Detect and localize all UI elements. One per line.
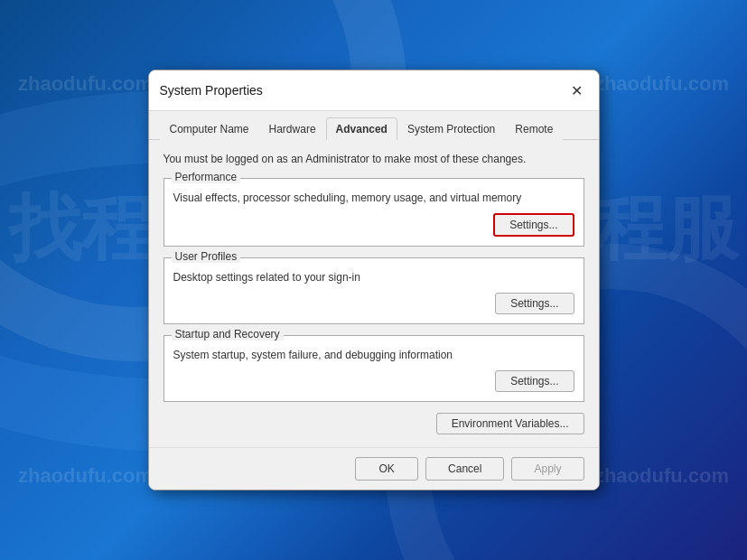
close-button[interactable]: ✕ bbox=[566, 79, 588, 101]
startup-recovery-label: Startup and Recovery bbox=[172, 328, 284, 341]
dialog-title: System Properties bbox=[160, 83, 263, 98]
tab-system-protection[interactable]: System Protection bbox=[397, 117, 505, 140]
admin-note: You must be logged on as an Administrato… bbox=[163, 153, 584, 165]
startup-recovery-btn-row: Settings... bbox=[173, 370, 574, 392]
apply-button[interactable]: Apply bbox=[511, 457, 584, 481]
user-profiles-settings-button[interactable]: Settings... bbox=[495, 293, 574, 314]
startup-recovery-description: System startup, system failure, and debu… bbox=[173, 347, 574, 363]
startup-recovery-settings-button[interactable]: Settings... bbox=[495, 370, 574, 392]
dialog-body: You must be logged on as an Administrato… bbox=[149, 140, 599, 447]
tabs-bar: Computer Name Hardware Advanced System P… bbox=[149, 111, 599, 140]
tab-remote[interactable]: Remote bbox=[505, 117, 563, 140]
system-properties-dialog: System Properties ✕ Computer Name Hardwa… bbox=[148, 70, 600, 490]
tab-hardware[interactable]: Hardware bbox=[259, 117, 326, 140]
user-profiles-label: User Profiles bbox=[172, 250, 241, 263]
performance-description: Visual effects, processor scheduling, me… bbox=[173, 190, 574, 206]
user-profiles-section: User Profiles Desktop settings related t… bbox=[163, 257, 584, 324]
env-variables-row: Environment Variables... bbox=[163, 413, 584, 434]
ok-button[interactable]: OK bbox=[355, 457, 418, 481]
cancel-button[interactable]: Cancel bbox=[425, 457, 504, 481]
user-profiles-btn-row: Settings... bbox=[173, 293, 574, 314]
environment-variables-button[interactable]: Environment Variables... bbox=[436, 413, 584, 434]
dialog-footer: OK Cancel Apply bbox=[149, 447, 599, 490]
startup-recovery-section: Startup and Recovery System startup, sys… bbox=[163, 335, 584, 402]
performance-section: Performance Visual effects, processor sc… bbox=[163, 178, 584, 247]
titlebar: System Properties ✕ bbox=[149, 70, 599, 111]
user-profiles-description: Desktop settings related to your sign-in bbox=[173, 269, 574, 285]
dialog-overlay: System Properties ✕ Computer Name Hardwa… bbox=[0, 0, 747, 560]
performance-btn-row: Settings... bbox=[173, 213, 574, 237]
performance-label: Performance bbox=[172, 171, 241, 183]
tab-advanced[interactable]: Advanced bbox=[326, 117, 397, 140]
tab-computer-name[interactable]: Computer Name bbox=[160, 117, 259, 140]
performance-settings-button[interactable]: Settings... bbox=[493, 213, 574, 237]
